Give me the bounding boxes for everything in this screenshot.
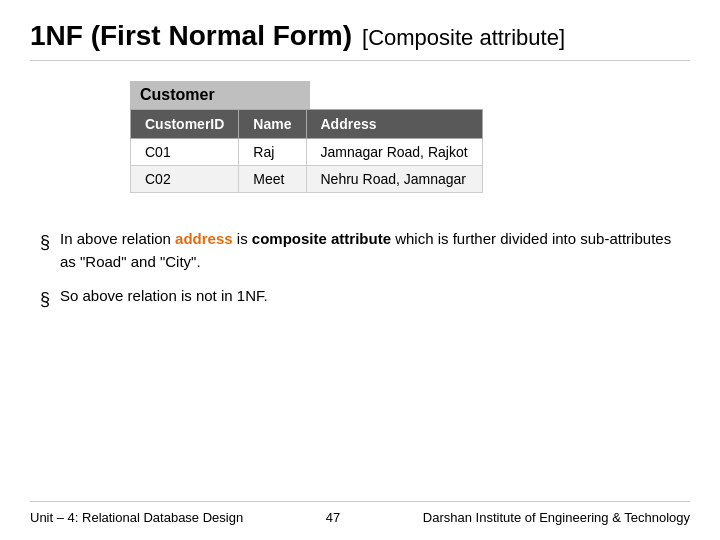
footer-bar: Unit – 4: Relational Database Design 47 … [30,501,690,525]
bullet-symbol-1: § [40,229,50,256]
bullet-item-1: § In above relation address is composite… [40,228,690,273]
bullet-symbol-2: § [40,286,50,313]
page-container: 1NF (First Normal Form) [Composite attri… [0,0,720,540]
content-area: Customer CustomerID Name Address C01RajJ… [30,81,690,501]
title-sub: [Composite attribute] [362,25,565,51]
table-wrapper: Customer CustomerID Name Address C01RajJ… [130,81,483,193]
table-cell: Meet [239,166,306,193]
table-cell: Raj [239,139,306,166]
customer-table: CustomerID Name Address C01RajJamnagar R… [130,109,483,193]
footer-left: Unit – 4: Relational Database Design [30,510,243,525]
table-cell: Jamnagar Road, Rajkot [306,139,482,166]
highlight-composite: composite attribute [252,230,391,247]
table-cell: Nehru Road, Jamnagar [306,166,482,193]
table-body: C01RajJamnagar Road, RajkotC02MeetNehru … [131,139,483,193]
col-customerid: CustomerID [131,110,239,139]
bullet-item-2: § So above relation is not in 1NF. [40,285,690,313]
table-cell: C01 [131,139,239,166]
table-row: C02MeetNehru Road, Jamnagar [131,166,483,193]
outer-table-label: Customer [130,81,310,109]
bullet-section: § In above relation address is composite… [30,228,690,325]
col-name: Name [239,110,306,139]
col-address: Address [306,110,482,139]
title-main: 1NF (First Normal Form) [30,20,352,52]
highlight-address: address [175,230,233,247]
bullet-text-2: So above relation is not in 1NF. [60,285,268,308]
table-header-row: CustomerID Name Address [131,110,483,139]
footer-center: 47 [326,510,340,525]
title-row: 1NF (First Normal Form) [Composite attri… [30,20,690,52]
title-divider [30,60,690,61]
table-row: C01RajJamnagar Road, Rajkot [131,139,483,166]
bullet-text-1: In above relation address is composite a… [60,228,690,273]
footer-right: Darshan Institute of Engineering & Techn… [423,510,690,525]
table-cell: C02 [131,166,239,193]
